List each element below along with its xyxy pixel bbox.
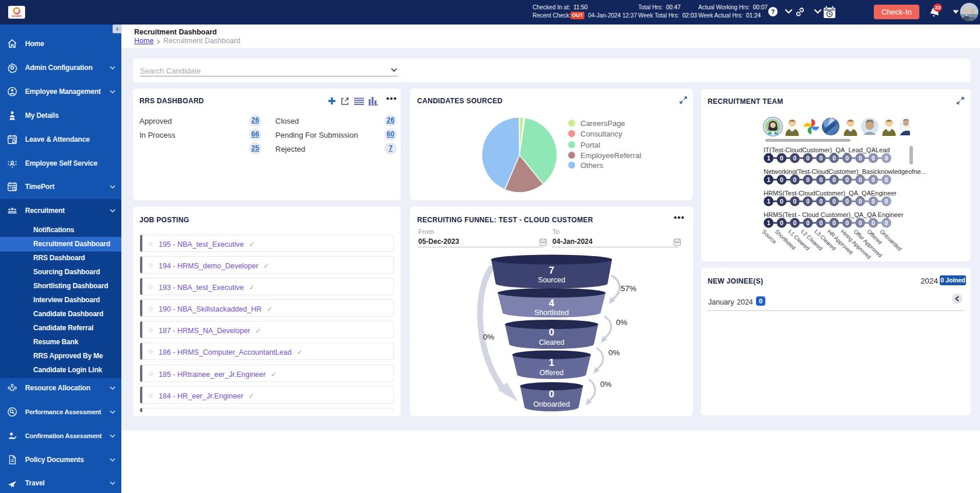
svg-text:0: 0 [845,219,849,226]
svg-text:0: 0 [872,219,875,226]
svg-text:0: 0 [780,155,783,162]
svg-text:0: 0 [806,219,810,226]
svg-text:0: 0 [793,198,797,205]
svg-text:0: 0 [793,176,797,183]
svg-text:0: 0 [819,198,822,205]
svg-text:0: 0 [832,176,836,183]
svg-text:1: 1 [767,219,771,226]
svg-text:0%: 0% [600,380,612,389]
svg-text:0: 0 [549,327,554,338]
svg-text:Offered: Offered [540,369,564,377]
svg-text:0: 0 [845,198,849,205]
svg-text:0: 0 [872,176,875,183]
svg-text:0: 0 [859,176,862,183]
svg-text:57%: 57% [621,284,636,293]
svg-text:0%: 0% [608,348,620,357]
svg-text:0%: 0% [483,333,495,341]
svg-text:0: 0 [872,155,875,162]
svg-text:0: 0 [832,219,836,226]
svg-text:?: ? [771,8,775,15]
svg-text:0%: 0% [616,318,628,327]
svg-text:0: 0 [885,219,888,226]
svg-text:0: 0 [549,389,554,400]
svg-text:1: 1 [767,176,771,183]
svg-text:0: 0 [845,155,849,162]
svg-text:0: 0 [819,176,822,183]
svg-text:0: 0 [832,155,836,162]
svg-text:0: 0 [806,176,810,183]
svg-text:4: 4 [549,298,555,309]
svg-text:0: 0 [859,198,862,205]
svg-text:0: 0 [885,198,888,205]
svg-text:0: 0 [780,198,783,205]
svg-text:0: 0 [793,219,797,226]
svg-text:Sourced: Sourced [538,276,565,284]
svg-text:0: 0 [819,219,822,226]
svg-text:1: 1 [767,155,771,162]
svg-text:0: 0 [859,219,862,226]
svg-text:0: 0 [806,155,810,162]
svg-text:0: 0 [832,198,836,205]
svg-text:0: 0 [885,155,888,162]
svg-text:1: 1 [767,198,771,205]
svg-text:0: 0 [780,176,783,183]
svg-text:0: 0 [859,155,862,162]
svg-text:SUGARS: SUGARS [12,15,22,18]
svg-text:0: 0 [819,155,822,162]
svg-text:0: 0 [793,155,797,162]
svg-text:Shortlisted: Shortlisted [534,309,569,317]
svg-text:Cleared: Cleared [539,338,565,347]
svg-text:0: 0 [885,176,888,183]
svg-text:0: 0 [780,219,783,226]
svg-text:0: 0 [845,176,849,183]
svg-text:Onboarded: Onboarded [533,400,570,408]
svg-text:7: 7 [549,265,554,276]
svg-text:1: 1 [549,357,554,368]
svg-text:0: 0 [806,198,810,205]
svg-text:0: 0 [872,198,875,205]
